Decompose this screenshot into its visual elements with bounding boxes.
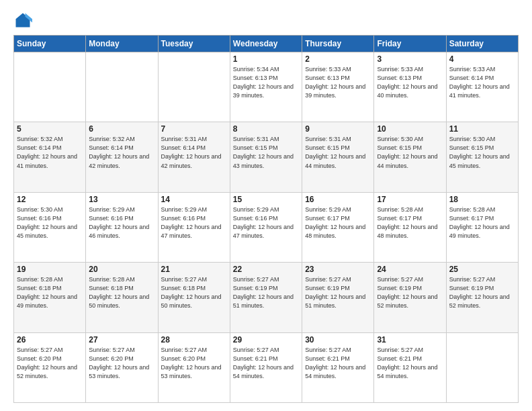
calendar-cell: 26Sunrise: 5:27 AM Sunset: 6:20 PM Dayli… [14, 332, 86, 402]
day-info: Sunrise: 5:29 AM Sunset: 6:16 PM Dayligh… [233, 205, 299, 240]
day-number: 8 [233, 124, 299, 134]
calendar-cell [446, 332, 518, 402]
weekday-header-wednesday: Wednesday [230, 36, 302, 52]
calendar-cell: 20Sunrise: 5:28 AM Sunset: 6:18 PM Dayli… [86, 263, 158, 332]
day-info: Sunrise: 5:32 AM Sunset: 6:14 PM Dayligh… [89, 135, 154, 170]
day-info: Sunrise: 5:31 AM Sunset: 6:14 PM Dayligh… [161, 135, 227, 170]
calendar-cell [158, 52, 230, 122]
calendar-cell: 27Sunrise: 5:27 AM Sunset: 6:20 PM Dayli… [86, 332, 158, 402]
calendar-cell: 6Sunrise: 5:32 AM Sunset: 6:14 PM Daylig… [86, 122, 158, 192]
day-number: 17 [377, 195, 443, 204]
day-info: Sunrise: 5:27 AM Sunset: 6:19 PM Dayligh… [233, 275, 299, 310]
day-info: Sunrise: 5:29 AM Sunset: 6:17 PM Dayligh… [305, 205, 371, 240]
calendar-cell: 10Sunrise: 5:30 AM Sunset: 6:15 PM Dayli… [374, 122, 446, 192]
day-info: Sunrise: 5:27 AM Sunset: 6:19 PM Dayligh… [377, 275, 443, 310]
day-number: 5 [17, 124, 83, 134]
day-info: Sunrise: 5:30 AM Sunset: 6:16 PM Dayligh… [17, 205, 83, 240]
calendar-week-2: 5Sunrise: 5:32 AM Sunset: 6:14 PM Daylig… [14, 122, 519, 192]
svg-marker-0 [16, 13, 30, 28]
calendar-cell: 8Sunrise: 5:31 AM Sunset: 6:15 PM Daylig… [230, 122, 302, 192]
weekday-header-tuesday: Tuesday [158, 36, 230, 52]
day-info: Sunrise: 5:27 AM Sunset: 6:20 PM Dayligh… [89, 346, 154, 381]
day-info: Sunrise: 5:27 AM Sunset: 6:20 PM Dayligh… [161, 346, 227, 381]
calendar-cell: 19Sunrise: 5:28 AM Sunset: 6:18 PM Dayli… [14, 263, 86, 332]
day-number: 6 [89, 124, 154, 134]
day-number: 29 [233, 335, 299, 345]
calendar-cell: 24Sunrise: 5:27 AM Sunset: 6:19 PM Dayli… [374, 263, 446, 332]
calendar-cell: 25Sunrise: 5:27 AM Sunset: 6:19 PM Dayli… [446, 263, 518, 332]
calendar-cell [14, 52, 86, 122]
day-info: Sunrise: 5:31 AM Sunset: 6:15 PM Dayligh… [305, 135, 371, 170]
calendar-cell: 1Sunrise: 5:34 AM Sunset: 6:13 PM Daylig… [230, 52, 302, 122]
day-info: Sunrise: 5:27 AM Sunset: 6:19 PM Dayligh… [305, 275, 371, 310]
calendar-table: SundayMondayTuesdayWednesdayThursdayFrid… [13, 35, 519, 403]
calendar-cell: 16Sunrise: 5:29 AM Sunset: 6:17 PM Dayli… [302, 192, 374, 262]
day-info: Sunrise: 5:31 AM Sunset: 6:15 PM Dayligh… [233, 135, 299, 170]
day-info: Sunrise: 5:28 AM Sunset: 6:17 PM Dayligh… [449, 205, 515, 240]
calendar-cell [86, 52, 158, 122]
day-number: 9 [305, 124, 371, 134]
day-number: 20 [89, 265, 154, 274]
day-number: 4 [449, 54, 515, 64]
day-number: 23 [305, 265, 371, 274]
calendar-cell: 22Sunrise: 5:27 AM Sunset: 6:19 PM Dayli… [230, 263, 302, 332]
calendar-cell: 7Sunrise: 5:31 AM Sunset: 6:14 PM Daylig… [158, 122, 230, 192]
calendar-cell: 23Sunrise: 5:27 AM Sunset: 6:19 PM Dayli… [302, 263, 374, 332]
day-info: Sunrise: 5:29 AM Sunset: 6:16 PM Dayligh… [161, 205, 227, 240]
day-number: 14 [161, 195, 227, 204]
day-number: 16 [305, 195, 371, 204]
day-info: Sunrise: 5:27 AM Sunset: 6:21 PM Dayligh… [305, 346, 371, 381]
weekday-header-friday: Friday [374, 36, 446, 52]
calendar-cell: 28Sunrise: 5:27 AM Sunset: 6:20 PM Dayli… [158, 332, 230, 402]
day-number: 27 [89, 335, 154, 345]
weekday-header-monday: Monday [86, 36, 158, 52]
calendar-cell: 30Sunrise: 5:27 AM Sunset: 6:21 PM Dayli… [302, 332, 374, 402]
day-number: 11 [449, 124, 515, 134]
calendar-cell: 3Sunrise: 5:33 AM Sunset: 6:13 PM Daylig… [374, 52, 446, 122]
day-info: Sunrise: 5:33 AM Sunset: 6:14 PM Dayligh… [449, 65, 515, 100]
day-number: 21 [161, 265, 227, 274]
day-number: 30 [305, 335, 371, 345]
day-number: 22 [233, 265, 299, 274]
weekday-header-saturday: Saturday [446, 36, 518, 52]
calendar-week-5: 26Sunrise: 5:27 AM Sunset: 6:20 PM Dayli… [14, 332, 519, 402]
calendar-cell: 2Sunrise: 5:33 AM Sunset: 6:13 PM Daylig… [302, 52, 374, 122]
calendar-cell: 4Sunrise: 5:33 AM Sunset: 6:14 PM Daylig… [446, 52, 518, 122]
day-info: Sunrise: 5:27 AM Sunset: 6:19 PM Dayligh… [449, 275, 515, 310]
day-number: 26 [17, 335, 83, 345]
day-number: 10 [377, 124, 443, 134]
calendar-cell: 21Sunrise: 5:27 AM Sunset: 6:18 PM Dayli… [158, 263, 230, 332]
weekday-header-thursday: Thursday [302, 36, 374, 52]
calendar-cell: 31Sunrise: 5:27 AM Sunset: 6:21 PM Dayli… [374, 332, 446, 402]
header [13, 11, 519, 30]
day-info: Sunrise: 5:28 AM Sunset: 6:18 PM Dayligh… [17, 275, 83, 310]
day-info: Sunrise: 5:33 AM Sunset: 6:13 PM Dayligh… [377, 65, 443, 100]
calendar-cell: 12Sunrise: 5:30 AM Sunset: 6:16 PM Dayli… [14, 192, 86, 262]
day-info: Sunrise: 5:28 AM Sunset: 6:18 PM Dayligh… [89, 275, 154, 310]
day-number: 1 [233, 54, 299, 64]
day-number: 7 [161, 124, 227, 134]
day-number: 13 [89, 195, 154, 204]
day-number: 3 [377, 54, 443, 64]
calendar-cell: 11Sunrise: 5:30 AM Sunset: 6:15 PM Dayli… [446, 122, 518, 192]
calendar-cell: 5Sunrise: 5:32 AM Sunset: 6:14 PM Daylig… [14, 122, 86, 192]
day-number: 2 [305, 54, 371, 64]
day-info: Sunrise: 5:27 AM Sunset: 6:20 PM Dayligh… [17, 346, 83, 381]
calendar-cell: 15Sunrise: 5:29 AM Sunset: 6:16 PM Dayli… [230, 192, 302, 262]
calendar-cell: 14Sunrise: 5:29 AM Sunset: 6:16 PM Dayli… [158, 192, 230, 262]
day-info: Sunrise: 5:34 AM Sunset: 6:13 PM Dayligh… [233, 65, 299, 100]
day-info: Sunrise: 5:27 AM Sunset: 6:21 PM Dayligh… [233, 346, 299, 381]
day-info: Sunrise: 5:30 AM Sunset: 6:15 PM Dayligh… [449, 135, 515, 170]
page: SundayMondayTuesdayWednesdayThursdayFrid… [0, 0, 532, 411]
calendar-header-row: SundayMondayTuesdayWednesdayThursdayFrid… [14, 36, 519, 52]
calendar-cell: 17Sunrise: 5:28 AM Sunset: 6:17 PM Dayli… [374, 192, 446, 262]
day-info: Sunrise: 5:33 AM Sunset: 6:13 PM Dayligh… [305, 65, 371, 100]
day-info: Sunrise: 5:27 AM Sunset: 6:18 PM Dayligh… [161, 275, 227, 310]
day-number: 15 [233, 195, 299, 204]
calendar-week-4: 19Sunrise: 5:28 AM Sunset: 6:18 PM Dayli… [14, 263, 519, 332]
day-number: 12 [17, 195, 83, 204]
calendar-week-3: 12Sunrise: 5:30 AM Sunset: 6:16 PM Dayli… [14, 192, 519, 262]
day-number: 24 [377, 265, 443, 274]
day-number: 25 [449, 265, 515, 274]
day-number: 28 [161, 335, 227, 345]
